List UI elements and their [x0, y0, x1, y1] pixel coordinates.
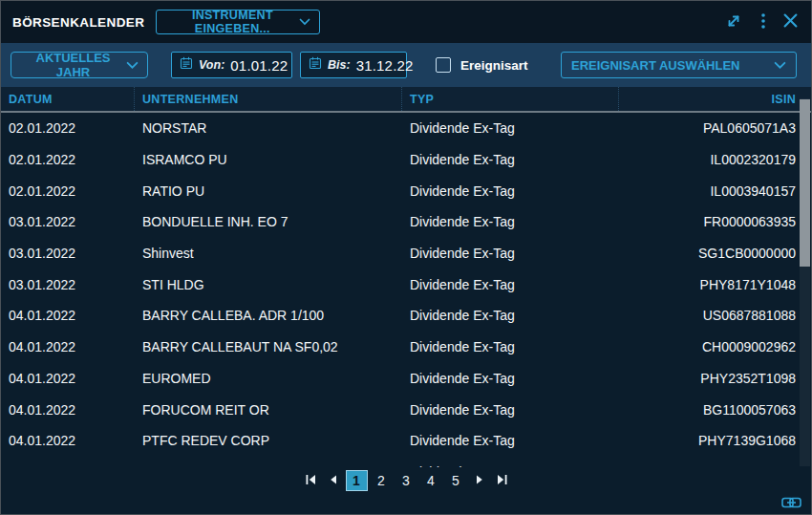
page-button-2[interactable]: 2: [371, 470, 393, 491]
cell-unternehmen: EUROMED: [135, 371, 402, 386]
table-body: 02.01.2022 NORSTAR Dividende Ex-Tag PAL0…: [1, 113, 811, 467]
cell-unternehmen: BARRY CALLEBAUT NA SF0,02: [135, 339, 402, 354]
event-type-dropdown-label: EREIGNISART AUSWÄHLEN: [571, 58, 739, 73]
table-row[interactable]: 02.01.2022 ISRAMCO PU Dividende Ex-Tag I…: [1, 144, 811, 176]
next-page-button[interactable]: [471, 474, 488, 488]
cell-datum: 02.01.2022: [1, 120, 135, 136]
cell-datum: 04.01.2022: [1, 402, 135, 418]
widget-title: BÖRSENKALENDER: [12, 15, 144, 30]
cell-isin: US0687881088: [619, 308, 800, 323]
cell-isin: BG1100057063: [619, 402, 800, 418]
table-row[interactable]: 04.01.2022 BARRY CALLEBA. ADR 1/100 Divi…: [1, 300, 811, 332]
cell-datum: 03.01.2022: [1, 214, 135, 229]
chevron-down-icon: [299, 15, 310, 29]
expand-icon: [724, 11, 743, 33]
cell-unternehmen: FORUCOM REIT OR: [135, 402, 402, 418]
page-button-5[interactable]: 5: [445, 470, 467, 491]
cell-typ: Dividende Ex-Tag: [402, 308, 619, 323]
cell-unternehmen: RATIO PU: [135, 183, 402, 199]
table-row[interactable]: 04.01.2022 PTFC REDEV CORP Dividende Ex-…: [1, 425, 811, 457]
table-row[interactable]: 05.01.2022 S Dividende Ex-Tag US00000000…: [1, 457, 811, 467]
cell-unternehmen: NORSTAR: [135, 120, 402, 136]
table-row[interactable]: 03.01.2022 STI HLDG Dividende Ex-Tag PHY…: [1, 268, 811, 300]
column-header-datum[interactable]: DATUM: [1, 87, 135, 111]
date-from-label: Von:: [199, 58, 224, 72]
cell-isin: IL0002320179: [619, 152, 800, 167]
cell-datum: 04.01.2022: [1, 371, 135, 386]
page-button-1[interactable]: 1: [346, 470, 368, 491]
table-row[interactable]: 02.01.2022 NORSTAR Dividende Ex-Tag PAL0…: [1, 113, 811, 144]
next-page-icon: [476, 474, 483, 488]
table-header: DATUM UNTERNEHMEN TYP ISIN: [1, 87, 811, 113]
date-to-label: Bis:: [328, 58, 351, 72]
cell-isin: PHY2352T1098: [619, 371, 800, 386]
pagination: 12345: [1, 467, 811, 494]
date-to-value: 31.12.22: [356, 57, 414, 74]
chevron-down-icon: [126, 58, 139, 73]
close-button[interactable]: [781, 11, 800, 32]
calendar-icon: [180, 56, 193, 74]
table-row[interactable]: 04.01.2022 EUROMED Dividende Ex-Tag PHY2…: [1, 363, 811, 395]
kebab-menu-icon: [760, 12, 766, 32]
page-button-4[interactable]: 4: [420, 470, 442, 491]
cell-typ: Dividende Ex-Tag: [402, 402, 619, 418]
event-type-dropdown[interactable]: EREIGNISART AUSWÄHLEN: [561, 52, 797, 78]
event-type-checkbox-wrap: Ereignisart: [436, 57, 528, 73]
boersenkalender-widget: BÖRSENKALENDER INSTRUMENT EINGEBEN...: [0, 0, 812, 515]
period-dropdown-label: AKTUELLES JAHR: [20, 51, 126, 79]
cell-isin: PHY7139G1068: [619, 433, 800, 448]
cell-unternehmen: STI HLDG: [135, 277, 402, 292]
period-dropdown[interactable]: AKTUELLES JAHR: [11, 52, 148, 78]
link-chain-icon: [781, 497, 801, 511]
first-page-button[interactable]: [301, 474, 321, 488]
calendar-icon: [309, 56, 322, 74]
column-header-typ[interactable]: TYP: [402, 87, 619, 111]
column-header-isin[interactable]: ISIN: [619, 87, 800, 111]
previous-page-button[interactable]: [325, 474, 342, 488]
expand-button[interactable]: [722, 10, 745, 35]
cell-datum: 02.01.2022: [1, 152, 135, 167]
table-row[interactable]: 03.01.2022 BONDUELLE INH. EO 7 Dividende…: [1, 206, 811, 238]
table-row[interactable]: 02.01.2022 RATIO PU Dividende Ex-Tag IL0…: [1, 175, 811, 206]
cell-typ: Dividende Ex-Tag: [402, 183, 619, 199]
cell-unternehmen: BARRY CALLEBA. ADR 1/100: [135, 308, 402, 323]
chevron-down-icon: [774, 58, 786, 73]
last-page-button[interactable]: [492, 474, 512, 488]
scrollbar-thumb[interactable]: [800, 99, 810, 267]
filter-bar: AKTUELLES JAHR Von: 01.01.22: [1, 43, 811, 87]
last-page-icon: [497, 474, 507, 488]
table-row[interactable]: 04.01.2022 FORUCOM REIT OR Dividende Ex-…: [1, 394, 811, 425]
pagination-pages: 12345: [346, 470, 467, 491]
column-header-unternehmen[interactable]: UNTERNEHMEN: [135, 87, 402, 111]
cell-unternehmen: BONDUELLE INH. EO 7: [135, 214, 402, 229]
cell-typ: Dividende Ex-Tag: [402, 371, 619, 386]
cell-datum: 03.01.2022: [1, 277, 135, 292]
cell-typ: Dividende Ex-Tag: [402, 277, 619, 292]
instrument-dropdown[interactable]: INSTRUMENT EINGEBEN...: [156, 10, 320, 34]
menu-button[interactable]: [759, 11, 768, 34]
cell-typ: Dividende Ex-Tag: [402, 214, 619, 229]
cell-datum: 04.01.2022: [1, 339, 135, 354]
scrollbar[interactable]: [800, 98, 810, 466]
title-bar: BÖRSENKALENDER INSTRUMENT EINGEBEN...: [1, 1, 811, 43]
cell-datum: 04.01.2022: [1, 308, 135, 323]
cell-isin: PAL0605071A3: [619, 120, 800, 136]
cell-typ: Dividende Ex-Tag: [402, 120, 619, 136]
ereignisart-checkbox-label: Ereignisart: [460, 58, 528, 73]
cell-datum: 04.01.2022: [1, 433, 135, 448]
date-to-field[interactable]: Bis: 31.12.22: [300, 52, 407, 78]
cell-unternehmen: ISRAMCO PU: [135, 152, 402, 167]
ereignisart-checkbox[interactable]: [436, 57, 451, 73]
table-row[interactable]: 03.01.2022 Shinvest Dividende Ex-Tag SG1…: [1, 238, 811, 269]
cell-isin: PHY8171Y1048: [619, 277, 800, 292]
page-button-3[interactable]: 3: [395, 470, 417, 491]
cell-typ: Dividende Ex-Tag: [402, 152, 619, 167]
instrument-dropdown-label: INSTRUMENT EINGEBEN...: [165, 9, 299, 35]
cell-unternehmen: Shinvest: [135, 246, 402, 261]
channel-link-button[interactable]: [781, 497, 801, 511]
table-row[interactable]: 04.01.2022 BARRY CALLEBAUT NA SF0,02 Div…: [1, 332, 811, 363]
date-from-value: 01.01.22: [230, 57, 288, 74]
bottom-bar: [1, 494, 811, 514]
date-from-field[interactable]: Von: 01.01.22: [171, 52, 292, 78]
first-page-icon: [306, 474, 316, 488]
